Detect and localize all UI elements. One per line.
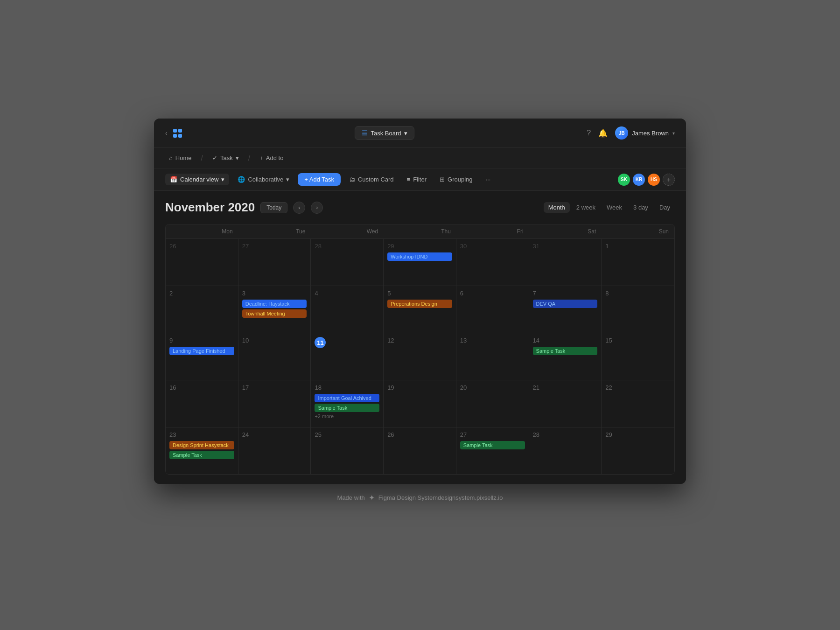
task-dropdown-icon: ▾ bbox=[236, 154, 239, 161]
cell-date: 30 bbox=[460, 243, 525, 250]
add-to-button[interactable]: + Add to bbox=[256, 153, 287, 163]
next-month-button[interactable]: › bbox=[311, 202, 323, 214]
cell-date: 20 bbox=[460, 384, 525, 391]
event-sample-task-27[interactable]: Sample Task bbox=[460, 441, 525, 449]
member-avatar-hs[interactable]: HS bbox=[648, 174, 660, 186]
member-avatar-sk[interactable]: SK bbox=[618, 174, 630, 186]
grouping-button[interactable]: ⊞ Grouping bbox=[435, 174, 477, 185]
calendar-cell-21[interactable]: 21 bbox=[529, 380, 602, 427]
event-sample-task-18[interactable]: Sample Task bbox=[315, 404, 379, 412]
event-sample-task-14[interactable]: Sample Task bbox=[533, 347, 598, 355]
month-view-button[interactable]: Month bbox=[544, 202, 570, 213]
today-button[interactable]: Today bbox=[260, 202, 287, 213]
filter-button[interactable]: ≡ Filter bbox=[402, 174, 431, 185]
more-options-button[interactable]: ··· bbox=[481, 174, 496, 185]
grid-icon[interactable] bbox=[173, 129, 182, 138]
notification-button[interactable]: 🔔 bbox=[598, 129, 608, 138]
calendar-cell-28-nov[interactable]: 28 bbox=[529, 427, 602, 474]
calendar-week-2: 2 3 Deadline: Haystack Townhall Meeting … bbox=[166, 286, 674, 333]
three-day-view-button[interactable]: 3 day bbox=[629, 202, 653, 213]
calendar-cell-31-oct[interactable]: 31 bbox=[529, 239, 602, 286]
cell-date: 16 bbox=[169, 384, 234, 391]
add-task-button[interactable]: + Add Task bbox=[298, 173, 341, 186]
calendar-cell-20[interactable]: 20 bbox=[456, 380, 529, 427]
two-week-view-button[interactable]: 2 week bbox=[572, 202, 600, 213]
event-dev-qa[interactable]: DEV QA bbox=[533, 300, 598, 308]
grouping-icon: ⊞ bbox=[440, 176, 445, 183]
calendar-cell-7[interactable]: 7 DEV QA bbox=[529, 286, 602, 333]
task-label: Task bbox=[220, 154, 233, 161]
event-deadline-haystack[interactable]: Deadline: Haystack bbox=[242, 300, 307, 308]
grouping-label: Grouping bbox=[448, 176, 472, 183]
calendar-header-left: November 2020 Today ‹ › bbox=[165, 200, 323, 215]
help-button[interactable]: ? bbox=[587, 129, 591, 137]
calendar-cell-16[interactable]: 16 bbox=[166, 380, 238, 427]
calendar-cell-14[interactable]: 14 Sample Task bbox=[529, 333, 602, 380]
event-preperations-design[interactable]: Preperations Design bbox=[387, 300, 452, 308]
event-sample-task-23[interactable]: Sample Task bbox=[169, 451, 234, 459]
calendar-cell-24[interactable]: 24 bbox=[238, 427, 311, 474]
member-avatar-kr[interactable]: KR bbox=[633, 174, 645, 186]
home-button[interactable]: ⌂ Home bbox=[165, 153, 196, 163]
footer-left: Made with ✦ Figma Design System bbox=[337, 493, 438, 502]
calendar-cell-8[interactable]: 8 bbox=[602, 286, 674, 333]
calendar-cell-26-nov[interactable]: 26 bbox=[384, 427, 456, 474]
more-icon: ··· bbox=[486, 176, 491, 183]
calendar-cell-29-nov[interactable]: 29 bbox=[602, 427, 674, 474]
task-board-button[interactable]: ☰ Task Board ▾ bbox=[355, 126, 414, 140]
cell-date: 2 bbox=[169, 290, 234, 297]
event-design-sprint[interactable]: Design Sprint Hasystack bbox=[169, 441, 234, 449]
calendar-cell-15[interactable]: 15 bbox=[602, 333, 674, 380]
event-workshop-idnd[interactable]: Workshop IDND bbox=[387, 252, 452, 261]
day-view-button[interactable]: Day bbox=[655, 202, 675, 213]
calendar-cell-27-oct[interactable]: 27 bbox=[238, 239, 311, 286]
event-landing-page-finished[interactable]: Landing Page Finished bbox=[169, 347, 234, 355]
calendar-cell-18[interactable]: 18 Important Goal Achived Sample Task +2… bbox=[311, 380, 384, 427]
calendar-cell-12[interactable]: 12 bbox=[384, 333, 456, 380]
cell-date: 5 bbox=[387, 290, 452, 297]
task-button[interactable]: ✓ Task ▾ bbox=[209, 153, 243, 163]
week-view-button[interactable]: Week bbox=[602, 202, 627, 213]
calendar-cell-25[interactable]: 25 bbox=[311, 427, 384, 474]
calendar-cell-13[interactable]: 13 bbox=[456, 333, 529, 380]
calendar-cell-29-oct[interactable]: 29 Workshop IDND bbox=[384, 239, 456, 286]
custom-card-button[interactable]: 🗂 Custom Card bbox=[344, 174, 399, 185]
day-header-fri: Fri bbox=[456, 224, 529, 238]
calendar-cell-2[interactable]: 2 bbox=[166, 286, 238, 333]
user-info[interactable]: JB James Brown ▾ bbox=[615, 126, 675, 140]
day-header-wed: Wed bbox=[311, 224, 384, 238]
cell-date: 13 bbox=[460, 337, 525, 344]
prev-month-button[interactable]: ‹ bbox=[293, 202, 305, 214]
calendar-cell-22[interactable]: 22 bbox=[602, 380, 674, 427]
calendar-cell-17[interactable]: 17 bbox=[238, 380, 311, 427]
custom-card-label: Custom Card bbox=[358, 176, 394, 183]
header-right: ? 🔔 JB James Brown ▾ bbox=[587, 126, 675, 140]
collaborative-button[interactable]: 🌐 Collaborative ▾ bbox=[233, 174, 294, 185]
calendar-view-label: Calendar view bbox=[180, 176, 218, 183]
calendar-cell-4[interactable]: 4 bbox=[311, 286, 384, 333]
calendar-cell-1-nov[interactable]: 1 bbox=[602, 239, 674, 286]
calendar-cell-30-oct[interactable]: 30 bbox=[456, 239, 529, 286]
calendar-view-button[interactable]: 📅 Calendar view ▾ bbox=[165, 174, 229, 185]
calendar-cell-28-oct[interactable]: 28 bbox=[311, 239, 384, 286]
calendar-cell-23[interactable]: 23 Design Sprint Hasystack Sample Task bbox=[166, 427, 238, 474]
calendar-cell-11-today[interactable]: 11 bbox=[311, 333, 384, 380]
calendar-cell-9[interactable]: 9 Landing Page Finished bbox=[166, 333, 238, 380]
day-header-tue: Tue bbox=[238, 224, 311, 238]
calendar-cell-19[interactable]: 19 bbox=[384, 380, 456, 427]
header-left: ‹ bbox=[165, 129, 182, 138]
calendar-week-3: 9 Landing Page Finished 10 11 12 13 bbox=[166, 333, 674, 380]
calendar-cell-26-oct[interactable]: 26 bbox=[166, 239, 238, 286]
calendar-cell-27-nov[interactable]: 27 Sample Task bbox=[456, 427, 529, 474]
back-button[interactable]: ‹ bbox=[165, 129, 168, 137]
cell-date: 28 bbox=[315, 243, 379, 250]
event-townhall-meeting[interactable]: Townhall Meeting bbox=[242, 309, 307, 318]
more-events-18[interactable]: +2 more bbox=[315, 413, 379, 419]
calendar-cell-5[interactable]: 5 Preperations Design bbox=[384, 286, 456, 333]
app-window: ‹ ☰ Task Board ▾ ? 🔔 JB James Brown ▾ ⌂ bbox=[154, 119, 686, 484]
calendar-cell-3[interactable]: 3 Deadline: Haystack Townhall Meeting bbox=[238, 286, 311, 333]
calendar-cell-10[interactable]: 10 bbox=[238, 333, 311, 380]
calendar-cell-6[interactable]: 6 bbox=[456, 286, 529, 333]
event-important-goal[interactable]: Important Goal Achived bbox=[315, 394, 379, 402]
add-member-button[interactable]: + bbox=[663, 174, 675, 186]
